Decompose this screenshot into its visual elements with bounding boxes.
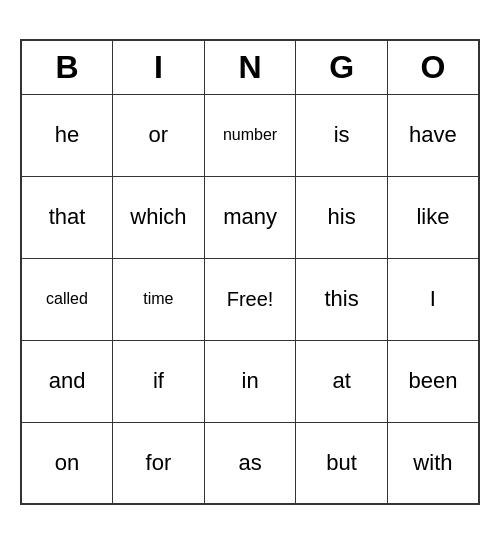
cell-2-0: called [21,258,113,340]
cell-2-4: I [387,258,479,340]
cell-2-2: Free! [204,258,296,340]
bingo-card: BINGO heornumberishavethatwhichmanyhisli… [20,39,480,506]
cell-0-0: he [21,94,113,176]
cell-1-1: which [113,176,205,258]
row-2: calledtimeFree!thisI [21,258,479,340]
cell-3-4: been [387,340,479,422]
cell-1-3: his [296,176,387,258]
cell-4-3: but [296,422,387,504]
header-col-b: B [21,40,113,95]
row-1: thatwhichmanyhislike [21,176,479,258]
header-col-o: O [387,40,479,95]
row-0: heornumberishave [21,94,479,176]
cell-0-1: or [113,94,205,176]
header-row: BINGO [21,40,479,95]
row-3: andifinatbeen [21,340,479,422]
cell-3-2: in [204,340,296,422]
header-col-n: N [204,40,296,95]
cell-2-3: this [296,258,387,340]
cell-4-4: with [387,422,479,504]
cell-0-2: number [204,94,296,176]
header-col-i: I [113,40,205,95]
cell-3-3: at [296,340,387,422]
cell-1-0: that [21,176,113,258]
row-4: onforasbutwith [21,422,479,504]
cell-2-1: time [113,258,205,340]
cell-4-2: as [204,422,296,504]
cell-1-2: many [204,176,296,258]
header-col-g: G [296,40,387,95]
cell-1-4: like [387,176,479,258]
cell-3-0: and [21,340,113,422]
cell-0-4: have [387,94,479,176]
cell-3-1: if [113,340,205,422]
cell-4-1: for [113,422,205,504]
cell-4-0: on [21,422,113,504]
cell-0-3: is [296,94,387,176]
